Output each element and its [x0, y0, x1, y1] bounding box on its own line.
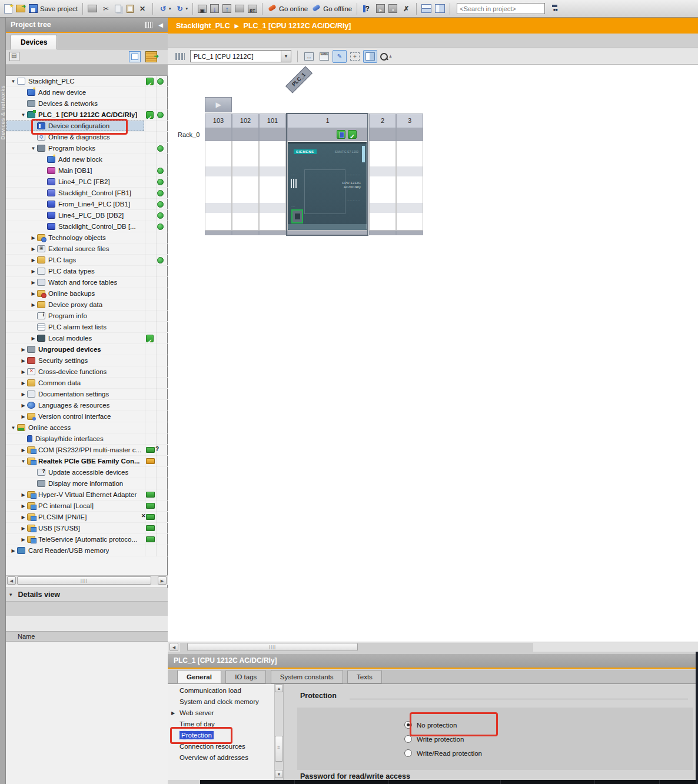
- tree-item[interactable]: Line4_PLC [FB2]: [6, 176, 168, 188]
- expander-icon[interactable]: ▶: [19, 369, 27, 375]
- tree-item[interactable]: ▶ Common data: [6, 378, 168, 389]
- dropdown-caret-icon[interactable]: ▾: [185, 6, 188, 11]
- radio-icon[interactable]: [404, 735, 412, 743]
- chevron-down-icon[interactable]: ▾: [9, 592, 12, 598]
- properties-tab[interactable]: Texts: [347, 670, 382, 683]
- tree-item[interactable]: ▶ Device proxy data: [6, 299, 168, 311]
- tree-item[interactable]: ▶ Ungrouped devices: [6, 344, 168, 355]
- side-strip[interactable]: Devices & networks: [0, 18, 6, 784]
- tree-item[interactable]: ▶ Online backups: [6, 288, 168, 299]
- properties-nav-item[interactable]: Communication load: [168, 685, 274, 696]
- properties-nav-item[interactable]: Overview of addresses: [168, 752, 274, 763]
- expander-icon[interactable]: ▶: [19, 347, 27, 352]
- properties-nav-item[interactable]: System and clock memory: [168, 696, 274, 708]
- tree-item[interactable]: ▶ Card Reader/USB memory: [6, 545, 168, 556]
- toolbar-button[interactable]: ▾: [196, 4, 208, 14]
- expander-icon[interactable]: ▶: [9, 548, 17, 553]
- properties-nav-vscrollbar[interactable]: ▲ ≡ ▼: [275, 684, 284, 780]
- sort-icon[interactable]: [9, 52, 19, 61]
- device-select[interactable]: PLC_1 [CPU 1212C] ▼: [190, 50, 291, 62]
- expander-icon[interactable]: ▼: [9, 425, 17, 431]
- expander-icon[interactable]: ▶: [19, 503, 27, 509]
- empty-slot[interactable]: [259, 141, 286, 231]
- empty-slot[interactable]: [232, 141, 259, 231]
- tree-item[interactable]: ▶ Languages & resources: [6, 400, 168, 411]
- tree-item[interactable]: Display more information: [6, 478, 168, 489]
- slot-header-3[interactable]: 3: [396, 114, 423, 128]
- tree-item[interactable]: ▶ COM [RS232/PPI multi-master c...: [6, 445, 168, 456]
- toolbar-button[interactable]: ▾: [360, 3, 374, 15]
- expander-icon[interactable]: ▼: [29, 146, 37, 151]
- expander-icon[interactable]: ▶: [19, 515, 27, 520]
- radio-icon[interactable]: [404, 749, 412, 757]
- expander-icon[interactable]: ▼: [9, 79, 17, 84]
- tree-item[interactable]: Main [OB1]: [6, 165, 168, 176]
- tree-item[interactable]: Display/hide interfaces: [6, 433, 168, 445]
- tree-item[interactable]: Line4_PLC_DB [DB2]: [6, 210, 168, 221]
- toolbar-button[interactable]: ▾: [208, 3, 221, 14]
- tree-item[interactable]: ▼ Online access: [6, 422, 168, 433]
- details-name-column-header[interactable]: Name: [6, 631, 168, 642]
- slot-header-2[interactable]: 2: [369, 114, 396, 128]
- expander-icon[interactable]: ▶: [29, 269, 37, 274]
- dropdown-caret-icon[interactable]: ▾: [169, 6, 171, 11]
- tree-item[interactable]: ▶ Local modules: [6, 333, 168, 344]
- expander-icon[interactable]: ▶: [19, 392, 27, 397]
- expander-icon[interactable]: ▼: [19, 112, 27, 118]
- tree-item[interactable]: Devices & networks: [6, 98, 168, 109]
- expander-icon[interactable]: ▶: [29, 291, 37, 296]
- tab-devices[interactable]: Devices: [11, 35, 57, 49]
- tree-item[interactable]: ▶ Watch and force tables: [6, 277, 168, 288]
- tree-item[interactable]: ▶ USB [S7USB]: [6, 523, 168, 534]
- expander-icon[interactable]: ▶: [19, 381, 27, 386]
- tree-item[interactable]: ▶ External source files: [6, 243, 168, 255]
- expander-icon[interactable]: ▶: [29, 336, 37, 341]
- expander-icon[interactable]: ▶: [19, 403, 27, 408]
- device-toolbar-button[interactable]: ±: [378, 50, 393, 63]
- toolbar-button[interactable]: ▾ Go offline: [310, 3, 354, 15]
- tree-item[interactable]: ▶ PLC data types: [6, 266, 168, 277]
- toolbar-button[interactable]: ▾: [221, 3, 233, 14]
- tree-hscrollbar[interactable]: ◀ |||| ▶: [6, 575, 168, 585]
- toolbar-button[interactable]: ▾: [125, 4, 135, 14]
- collapse-panel-icon[interactable]: ◀: [158, 22, 163, 28]
- expander-icon[interactable]: ▶: [29, 246, 37, 252]
- tree-item[interactable]: Stacklight_Control_DB [...: [6, 221, 168, 232]
- expander-icon[interactable]: ▶: [29, 258, 37, 263]
- toolbar-button[interactable]: ▾: [433, 3, 447, 14]
- scroll-left-icon[interactable]: ◀: [7, 576, 16, 585]
- slot-header-102[interactable]: 102: [232, 114, 259, 128]
- device-toolbar-button[interactable]: ±: [363, 50, 377, 63]
- tree-item[interactable]: ▼ Stacklight_PLC: [6, 76, 168, 87]
- toolbar-button[interactable]: ▾ Go online: [265, 3, 310, 15]
- tree-item[interactable]: ▶ Security settings: [6, 355, 168, 366]
- rack-expand-button[interactable]: [205, 97, 232, 112]
- device-toolbar-button[interactable]: ±: [348, 50, 362, 63]
- expander-icon[interactable]: ▶: [29, 280, 37, 285]
- tree-item[interactable]: ▶ Technology objects: [6, 232, 168, 243]
- expander-icon[interactable]: ▶: [19, 537, 27, 542]
- tree-item[interactable]: Add new block: [6, 154, 168, 165]
- expander-icon[interactable]: ▶: [19, 358, 27, 363]
- properties-tab[interactable]: System constants: [271, 670, 343, 683]
- device-toolbar-button[interactable]: ±: [302, 50, 316, 63]
- empty-slot[interactable]: [396, 141, 423, 231]
- tree-item[interactable]: Add new device: [6, 87, 168, 98]
- chevron-down-icon[interactable]: ▼: [281, 51, 291, 62]
- slot-header-103[interactable]: 103: [205, 114, 232, 128]
- table-view-icon[interactable]: [129, 51, 141, 62]
- scroll-down-icon[interactable]: ▼: [275, 770, 283, 778]
- toolbar-button[interactable]: ▾: [156, 3, 173, 15]
- toolbar-button[interactable]: ▾: [246, 4, 259, 14]
- tree-item[interactable]: Stacklight_Control [FB1]: [6, 188, 168, 199]
- tree-item[interactable]: Update accessible devices: [6, 467, 168, 478]
- toolbar-button[interactable]: ▾: [86, 4, 99, 14]
- scroll-left-icon[interactable]: ◀: [169, 643, 178, 651]
- device-toolbar-button[interactable]: ±: [333, 50, 347, 63]
- expander-icon[interactable]: ▶: [19, 526, 27, 531]
- canvas-hscroll-thumb[interactable]: ||||: [187, 643, 358, 651]
- nav-vscroll-thumb[interactable]: ≡: [275, 736, 283, 762]
- tree-item[interactable]: ▶ Documentation settings: [6, 389, 168, 400]
- scroll-up-icon[interactable]: ▲: [275, 684, 283, 692]
- tree-item[interactable]: PLC alarm text lists: [6, 322, 168, 333]
